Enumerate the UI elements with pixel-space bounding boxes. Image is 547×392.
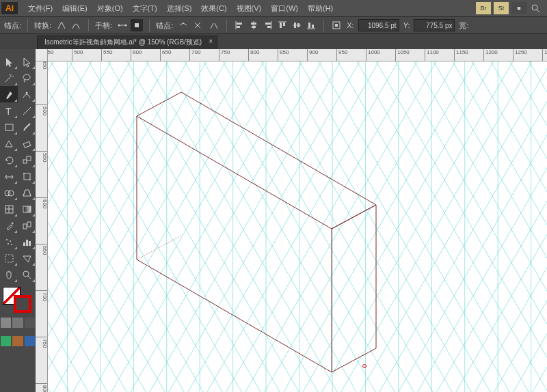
color-mode-row bbox=[0, 317, 36, 328]
arrange-button[interactable]: ■ bbox=[511, 2, 526, 14]
ruler-tick: 850 bbox=[278, 49, 289, 61]
direct-selection-tool[interactable] bbox=[18, 53, 36, 70]
svg-rect-54 bbox=[26, 240, 28, 246]
menu-item[interactable]: 效果(C) bbox=[196, 1, 231, 16]
slice-tool[interactable] bbox=[18, 250, 36, 266]
menu-item[interactable]: 选择(S) bbox=[162, 1, 197, 16]
menu-item[interactable]: 对象(O) bbox=[92, 1, 128, 16]
width-tool[interactable] bbox=[0, 168, 18, 184]
align-bottom-icon[interactable] bbox=[305, 19, 317, 31]
lasso-tool[interactable] bbox=[18, 70, 36, 86]
menu-item[interactable]: 文件(F) bbox=[23, 1, 57, 16]
eyedropper-tool[interactable] bbox=[0, 217, 18, 234]
convert-corner-icon[interactable] bbox=[55, 19, 68, 31]
handle-hide-icon[interactable] bbox=[131, 19, 143, 31]
gradient-tool[interactable] bbox=[18, 201, 36, 217]
svg-rect-33 bbox=[5, 124, 13, 130]
menu-item[interactable]: 窗口(W) bbox=[266, 1, 303, 16]
blend-tool[interactable] bbox=[18, 217, 36, 234]
menu-right-buttons: Br St ■ bbox=[476, 2, 547, 14]
menu-item[interactable]: 文字(T) bbox=[128, 1, 162, 16]
svg-point-30 bbox=[25, 92, 27, 94]
canvas[interactable] bbox=[48, 61, 547, 392]
anchor-point-indicator[interactable] bbox=[362, 364, 366, 368]
magic-wand-tool[interactable] bbox=[0, 70, 18, 86]
stroke-swatch[interactable] bbox=[14, 295, 31, 313]
hand-tool[interactable] bbox=[0, 266, 18, 283]
convert-smooth-icon[interactable] bbox=[70, 19, 82, 31]
cut-path-icon[interactable] bbox=[191, 19, 204, 31]
draw-mode-2[interactable] bbox=[25, 318, 35, 328]
svg-rect-26 bbox=[312, 25, 314, 28]
draw-mode-0[interactable] bbox=[1, 318, 11, 328]
drawn-shape[interactable] bbox=[48, 61, 547, 392]
pen-tool[interactable] bbox=[0, 86, 18, 102]
screen-mode-0[interactable] bbox=[1, 336, 11, 346]
screen-mode-1[interactable] bbox=[12, 336, 23, 346]
ruler-tick: 500 bbox=[36, 104, 48, 115]
artboard-tool[interactable] bbox=[0, 250, 18, 266]
type-tool[interactable]: T bbox=[0, 102, 18, 119]
brush-tool[interactable] bbox=[18, 119, 36, 135]
stock-button[interactable]: St bbox=[494, 2, 509, 14]
svg-rect-19 bbox=[280, 23, 282, 28]
svg-point-6 bbox=[183, 23, 184, 24]
screen-mode-2[interactable] bbox=[25, 336, 35, 346]
align-right-icon[interactable] bbox=[262, 19, 274, 31]
align-hcenter-icon[interactable] bbox=[248, 19, 260, 31]
shaper-tool[interactable] bbox=[0, 135, 18, 152]
ruler-tick: 1250 bbox=[513, 49, 527, 61]
ruler-vertical[interactable]: 450500550600650700750800 bbox=[36, 61, 48, 392]
menu-item[interactable]: 编辑(E) bbox=[57, 1, 92, 16]
perspective-tool[interactable] bbox=[18, 184, 36, 201]
line-tool[interactable] bbox=[18, 102, 36, 119]
zoom-tool[interactable] bbox=[18, 266, 36, 283]
align-vcenter-icon[interactable] bbox=[291, 19, 303, 31]
ruler-tick: 900 bbox=[307, 49, 318, 61]
convert-label: 转换: bbox=[34, 20, 51, 31]
workspace: T 45050055060065070075080085090095010001… bbox=[0, 49, 547, 392]
ruler-tick: 650 bbox=[160, 49, 171, 61]
x-coord-input[interactable] bbox=[358, 19, 399, 31]
bridge-button[interactable]: Br bbox=[476, 2, 491, 14]
toolbox: T bbox=[0, 49, 36, 392]
menu-item[interactable]: 视图(V) bbox=[232, 1, 267, 16]
svg-point-3 bbox=[118, 25, 120, 27]
remove-anchor-icon[interactable] bbox=[177, 19, 189, 31]
svg-rect-11 bbox=[237, 26, 240, 28]
free-transform-tool[interactable] bbox=[18, 168, 36, 184]
x-label: X: bbox=[347, 21, 353, 29]
ruler-tick: 1050 bbox=[395, 49, 410, 61]
search-icon[interactable] bbox=[529, 2, 542, 14]
svg-rect-37 bbox=[24, 173, 30, 180]
mesh-tool[interactable] bbox=[0, 201, 18, 217]
y-coord-input[interactable] bbox=[414, 19, 455, 31]
close-tab-icon[interactable]: × bbox=[209, 38, 213, 45]
canvas-area: 4505005506006507007508008509009501000105… bbox=[36, 49, 547, 392]
svg-point-51 bbox=[8, 243, 9, 244]
menu-item[interactable]: 帮助(H) bbox=[303, 1, 338, 16]
svg-rect-34 bbox=[23, 141, 31, 148]
handle-show-icon[interactable] bbox=[116, 19, 129, 31]
draw-mode-1[interactable] bbox=[12, 318, 23, 328]
shape-builder-tool[interactable] bbox=[0, 184, 18, 201]
svg-rect-45 bbox=[23, 206, 31, 212]
rectangle-tool[interactable] bbox=[0, 119, 18, 135]
curvature-tool[interactable] bbox=[18, 86, 36, 102]
ruler-horizontal[interactable]: 4505005506006507007508008509009501000105… bbox=[48, 49, 547, 61]
ruler-tick: 1300 bbox=[542, 49, 547, 61]
align-top-icon[interactable] bbox=[276, 19, 289, 31]
ruler-tick: 750 bbox=[219, 49, 230, 61]
document-tab[interactable]: Isometric等距视角斜角网格.ai* @ 150% (RGB/预览) × bbox=[37, 36, 217, 49]
symbol-spray-tool[interactable] bbox=[0, 234, 18, 250]
selection-tool[interactable] bbox=[0, 53, 18, 70]
align-left-icon[interactable] bbox=[233, 19, 245, 31]
scale-tool[interactable] bbox=[18, 152, 36, 168]
svg-line-1 bbox=[537, 10, 539, 12]
connect-anchor-icon[interactable] bbox=[208, 19, 220, 31]
isolate-icon[interactable] bbox=[330, 19, 343, 31]
eraser-tool[interactable] bbox=[18, 135, 36, 152]
fill-stroke-swatch[interactable] bbox=[0, 287, 36, 310]
rotate-tool[interactable] bbox=[0, 152, 18, 168]
column-graph-tool[interactable] bbox=[18, 234, 36, 250]
